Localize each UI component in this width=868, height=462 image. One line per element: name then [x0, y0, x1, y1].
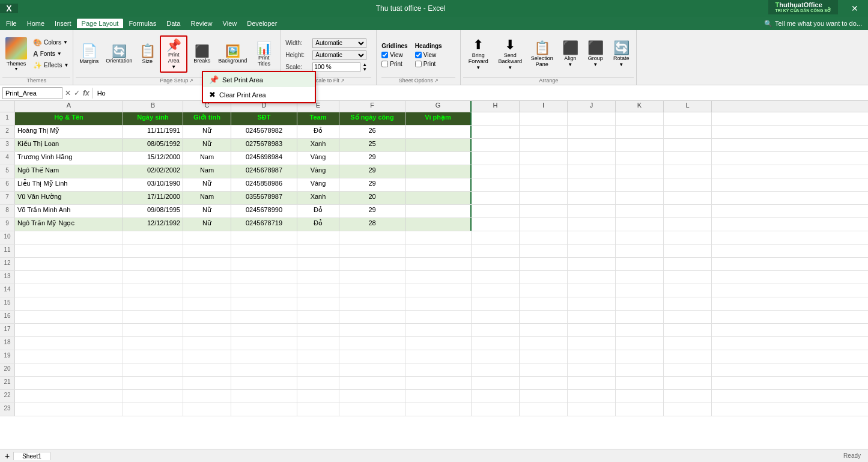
- cell-empty[interactable]: [664, 165, 712, 178]
- cell-empty[interactable]: [472, 284, 520, 297]
- cell-empty[interactable]: [520, 258, 568, 270]
- cell-empty[interactable]: [123, 258, 183, 270]
- cell-empty[interactable]: [616, 258, 664, 270]
- effects-btn[interactable]: ✨ Effects ▼: [31, 60, 70, 71]
- cell-g1[interactable]: Vi phạm: [405, 112, 472, 125]
- cell-empty[interactable]: [568, 245, 616, 257]
- cell-E8[interactable]: Đỏ: [297, 205, 339, 217]
- cell-G8[interactable]: [405, 205, 472, 217]
- cell-empty[interactable]: [664, 178, 712, 191]
- cell-empty[interactable]: [664, 152, 712, 165]
- cell-empty[interactable]: [616, 271, 664, 284]
- cell-empty[interactable]: [339, 390, 405, 403]
- cell-empty[interactable]: [472, 126, 520, 138]
- cell-B6[interactable]: 03/10/1990: [123, 178, 183, 191]
- row-num[interactable]: 20: [0, 363, 15, 376]
- cell-C6[interactable]: Nữ: [183, 178, 231, 191]
- cell-empty[interactable]: [183, 231, 231, 244]
- size-btn[interactable]: 📋 Size: [136, 35, 159, 73]
- row-num[interactable]: 6: [0, 178, 15, 191]
- col-header-f[interactable]: F: [339, 101, 405, 112]
- row-num[interactable]: 13: [0, 271, 15, 284]
- themes-btn[interactable]: Themes ▼: [2, 35, 30, 73]
- row-num[interactable]: 16: [0, 311, 15, 323]
- cell-empty[interactable]: [520, 139, 568, 151]
- cell-G2[interactable]: [405, 126, 472, 138]
- cell-B8[interactable]: 09/08/1995: [123, 205, 183, 217]
- cell-empty[interactable]: [405, 403, 472, 416]
- cell-F5[interactable]: 29: [339, 165, 405, 178]
- tell-me-search[interactable]: 🔍Tell me what you want to do...: [759, 19, 867, 29]
- rotate-btn[interactable]: 🔄 Rotate ▼: [609, 35, 634, 73]
- cell-empty[interactable]: [297, 324, 339, 336]
- cell-empty[interactable]: [664, 311, 712, 323]
- cell-empty[interactable]: [568, 390, 616, 403]
- row-num[interactable]: 15: [0, 297, 15, 310]
- cell-E4[interactable]: Vàng: [297, 152, 339, 165]
- cell-empty[interactable]: [472, 363, 520, 376]
- row-num[interactable]: 9: [0, 218, 15, 231]
- cell-j1[interactable]: [568, 112, 616, 125]
- cell-empty[interactable]: [297, 311, 339, 323]
- orientation-btn[interactable]: 🔄 Orientation: [103, 35, 135, 73]
- cell-empty[interactable]: [616, 218, 664, 231]
- row-num[interactable]: 21: [0, 377, 15, 389]
- cell-empty[interactable]: [664, 324, 712, 336]
- cell-E7[interactable]: Xanh: [297, 192, 339, 204]
- cell-empty[interactable]: [568, 192, 616, 204]
- cell-empty[interactable]: [664, 284, 712, 297]
- cell-G6[interactable]: [405, 178, 472, 191]
- cell-empty[interactable]: [183, 350, 231, 363]
- cell-empty[interactable]: [568, 139, 616, 151]
- name-box[interactable]: [2, 87, 62, 99]
- cell-empty[interactable]: [664, 377, 712, 389]
- background-btn[interactable]: 🖼️ Background: [216, 35, 249, 73]
- col-header-h[interactable]: H: [472, 101, 520, 112]
- cell-D9[interactable]: 0245678719: [231, 218, 297, 231]
- cell-empty[interactable]: [183, 337, 231, 350]
- cell-empty[interactable]: [568, 363, 616, 376]
- cell-empty[interactable]: [616, 165, 664, 178]
- row-num[interactable]: 10: [0, 231, 15, 244]
- cell-empty[interactable]: [472, 192, 520, 204]
- cell-empty[interactable]: [520, 350, 568, 363]
- cell-empty[interactable]: [339, 311, 405, 323]
- cell-empty[interactable]: [297, 284, 339, 297]
- cell-empty[interactable]: [231, 403, 297, 416]
- cell-D5[interactable]: 0245678987: [231, 165, 297, 178]
- cell-d1[interactable]: SĐT: [231, 112, 297, 125]
- row-num[interactable]: 12: [0, 258, 15, 270]
- col-header-g[interactable]: G: [405, 101, 472, 112]
- cell-empty[interactable]: [123, 350, 183, 363]
- cell-empty[interactable]: [15, 350, 123, 363]
- row-num[interactable]: 1: [0, 112, 15, 125]
- row-num[interactable]: 19: [0, 350, 15, 363]
- cell-empty[interactable]: [664, 126, 712, 138]
- cell-empty[interactable]: [616, 245, 664, 257]
- menu-file[interactable]: File: [1, 19, 22, 28]
- cell-empty[interactable]: [472, 350, 520, 363]
- cell-empty[interactable]: [568, 377, 616, 389]
- cell-empty[interactable]: [664, 390, 712, 403]
- cell-empty[interactable]: [520, 403, 568, 416]
- cell-empty[interactable]: [568, 337, 616, 350]
- cell-empty[interactable]: [520, 377, 568, 389]
- cell-empty[interactable]: [405, 297, 472, 310]
- menu-formulas[interactable]: Formulas: [124, 19, 161, 28]
- print-area-btn[interactable]: 📌 PrintArea ▼: [160, 35, 187, 73]
- cell-empty[interactable]: [568, 231, 616, 244]
- cell-empty[interactable]: [297, 350, 339, 363]
- cell-E2[interactable]: Đỏ: [297, 126, 339, 138]
- headings-print-checkbox[interactable]: [415, 61, 422, 67]
- cell-empty[interactable]: [339, 284, 405, 297]
- cell-E9[interactable]: Đỏ: [297, 218, 339, 231]
- cell-C3[interactable]: Nữ: [183, 139, 231, 151]
- cell-empty[interactable]: [15, 231, 123, 244]
- cell-empty[interactable]: [297, 258, 339, 270]
- cell-empty[interactable]: [568, 297, 616, 310]
- add-sheet-btn[interactable]: +: [2, 451, 12, 461]
- cell-empty[interactable]: [664, 297, 712, 310]
- cell-empty[interactable]: [568, 218, 616, 231]
- cell-empty[interactable]: [297, 245, 339, 257]
- cell-empty[interactable]: [123, 311, 183, 323]
